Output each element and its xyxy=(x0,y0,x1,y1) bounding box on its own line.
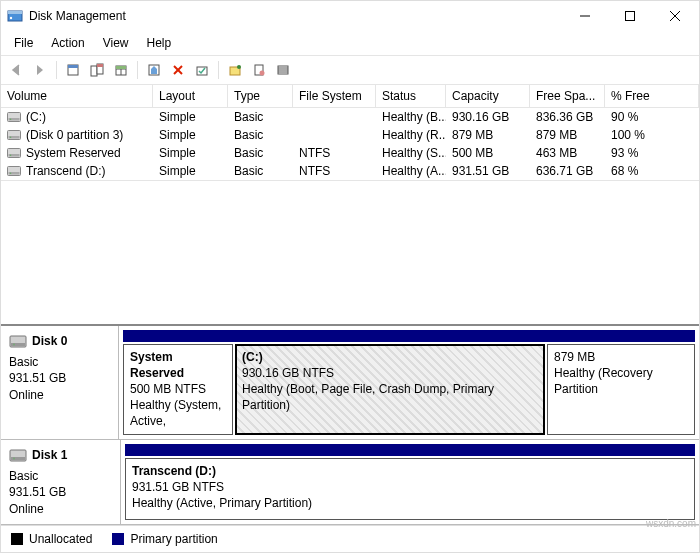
vol-fs: NTFS xyxy=(293,144,376,162)
vol-pct: 68 % xyxy=(605,162,699,180)
disk-row: Disk 1Basic931.51 GBOnlineTranscend (D:)… xyxy=(1,440,699,525)
window-title: Disk Management xyxy=(29,9,562,23)
toolbar-icon-2[interactable] xyxy=(86,59,108,81)
legend-primary: Primary partition xyxy=(130,532,217,546)
menu-help[interactable]: Help xyxy=(138,33,181,53)
vol-layout: Simple xyxy=(153,126,228,144)
volume-row[interactable]: (Disk 0 partition 3)SimpleBasicHealthy (… xyxy=(1,126,699,144)
svg-point-39 xyxy=(10,173,12,175)
vol-pct: 100 % xyxy=(605,126,699,144)
col-status[interactable]: Status xyxy=(376,85,446,107)
vol-fs: NTFS xyxy=(293,162,376,180)
svg-point-30 xyxy=(10,119,12,121)
vol-free: 836.36 GB xyxy=(530,108,605,126)
svg-rect-9 xyxy=(91,66,97,76)
svg-rect-8 xyxy=(68,65,78,68)
legend-unallocated: Unallocated xyxy=(29,532,92,546)
vol-type: Basic xyxy=(228,162,293,180)
toolbar-list-icon[interactable] xyxy=(272,59,294,81)
pane-spacer xyxy=(1,181,699,326)
disk-map: Disk 0Basic931.51 GBOnlineSystem Reserve… xyxy=(1,326,699,525)
vol-name: System Reserved xyxy=(1,144,153,162)
col-fs[interactable]: File System xyxy=(293,85,376,107)
partition[interactable]: System Reserved500 MB NTFSHealthy (Syste… xyxy=(123,344,233,435)
partition[interactable]: Transcend (D:)931.51 GB NTFSHealthy (Act… xyxy=(125,458,695,520)
volume-row[interactable]: (C:)SimpleBasicHealthy (B...930.16 GB836… xyxy=(1,108,699,126)
disk-info[interactable]: Disk 1Basic931.51 GBOnline xyxy=(1,440,121,524)
vol-layout: Simple xyxy=(153,108,228,126)
col-volume[interactable]: Volume xyxy=(1,85,153,107)
volume-row[interactable]: System ReservedSimpleBasicNTFSHealthy (S… xyxy=(1,144,699,162)
vol-type: Basic xyxy=(228,108,293,126)
menu-view[interactable]: View xyxy=(94,33,138,53)
disk-partitions: Transcend (D:)931.51 GB NTFSHealthy (Act… xyxy=(121,440,699,524)
toolbar-check-icon[interactable] xyxy=(191,59,213,81)
col-layout[interactable]: Layout xyxy=(153,85,228,107)
svg-point-33 xyxy=(10,137,12,139)
svg-rect-15 xyxy=(116,66,126,69)
minimize-button[interactable] xyxy=(562,2,607,30)
svg-rect-1 xyxy=(8,11,22,14)
toolbar-settings-icon[interactable] xyxy=(143,59,165,81)
vol-name: (C:) xyxy=(1,108,153,126)
vol-capacity: 500 MB xyxy=(446,144,530,162)
vol-pct: 93 % xyxy=(605,144,699,162)
volume-list: Volume Layout Type File System Status Ca… xyxy=(1,85,699,181)
vol-layout: Simple xyxy=(153,162,228,180)
toolbar-refresh-icon[interactable] xyxy=(224,59,246,81)
toolbar-separator xyxy=(137,61,138,79)
vol-status: Healthy (R... xyxy=(376,126,446,144)
disk-row: Disk 0Basic931.51 GBOnlineSystem Reserve… xyxy=(1,326,699,440)
toolbar-icon-3[interactable] xyxy=(110,59,132,81)
vol-status: Healthy (B... xyxy=(376,108,446,126)
vol-status: Healthy (S... xyxy=(376,144,446,162)
forward-button[interactable] xyxy=(29,59,51,81)
back-button[interactable] xyxy=(5,59,27,81)
svg-point-42 xyxy=(13,343,15,345)
col-pct[interactable]: % Free xyxy=(605,85,699,107)
maximize-button[interactable] xyxy=(607,2,652,30)
vol-type: Basic xyxy=(228,144,293,162)
partition[interactable]: (C:)930.16 GB NTFSHealthy (Boot, Page Fi… xyxy=(235,344,545,435)
svg-point-21 xyxy=(237,65,241,69)
watermark: wsxdn.com xyxy=(646,518,696,529)
menu-file[interactable]: File xyxy=(5,33,42,53)
delete-icon[interactable] xyxy=(167,59,189,81)
svg-point-36 xyxy=(10,155,12,157)
svg-point-23 xyxy=(260,71,265,76)
swatch-unallocated xyxy=(11,533,23,545)
disk-info[interactable]: Disk 0Basic931.51 GBOnline xyxy=(1,326,119,439)
vol-free: 463 MB xyxy=(530,144,605,162)
vol-free: 879 MB xyxy=(530,126,605,144)
vol-free: 636.71 GB xyxy=(530,162,605,180)
partition-stripe xyxy=(125,444,695,456)
partition-stripe xyxy=(123,330,695,342)
menubar: File Action View Help xyxy=(1,31,699,56)
col-type[interactable]: Type xyxy=(228,85,293,107)
list-header: Volume Layout Type File System Status Ca… xyxy=(1,85,699,108)
close-button[interactable] xyxy=(652,2,697,30)
partition[interactable]: 879 MBHealthy (Recovery Partition xyxy=(547,344,695,435)
vol-name: (Disk 0 partition 3) xyxy=(1,126,153,144)
toolbar-icon-1[interactable] xyxy=(62,59,84,81)
menu-action[interactable]: Action xyxy=(42,33,93,53)
vol-name: Transcend (D:) xyxy=(1,162,153,180)
vol-fs xyxy=(293,126,376,144)
svg-point-2 xyxy=(10,17,12,19)
legend: Unallocated Primary partition xyxy=(1,525,699,552)
svg-rect-11 xyxy=(97,64,103,67)
window-titlebar: Disk Management xyxy=(1,1,699,31)
toolbar-separator xyxy=(218,61,219,79)
col-free[interactable]: Free Spa... xyxy=(530,85,605,107)
toolbar-separator xyxy=(56,61,57,79)
vol-capacity: 930.16 GB xyxy=(446,108,530,126)
svg-rect-4 xyxy=(625,12,634,21)
vol-layout: Simple xyxy=(153,144,228,162)
toolbar-props-icon[interactable] xyxy=(248,59,270,81)
volume-row[interactable]: Transcend (D:)SimpleBasicNTFSHealthy (A.… xyxy=(1,162,699,180)
toolbar xyxy=(1,56,699,85)
vol-capacity: 931.51 GB xyxy=(446,162,530,180)
svg-point-45 xyxy=(13,457,15,459)
col-capacity[interactable]: Capacity xyxy=(446,85,530,107)
disk-partitions: System Reserved500 MB NTFSHealthy (Syste… xyxy=(119,326,699,439)
